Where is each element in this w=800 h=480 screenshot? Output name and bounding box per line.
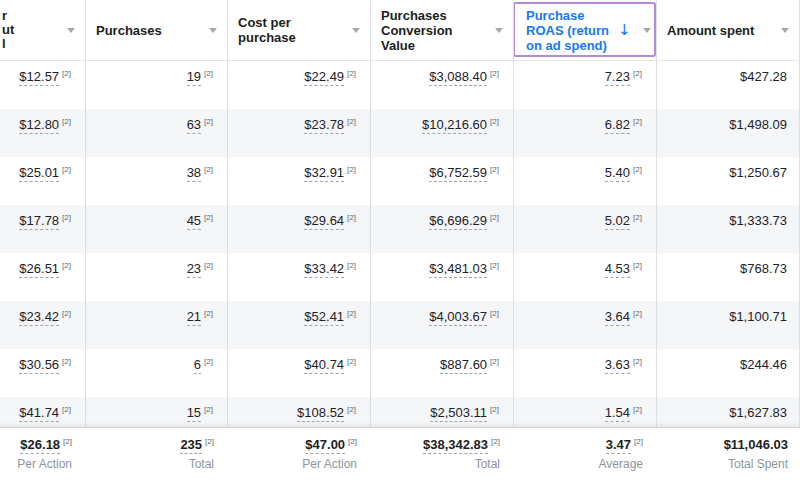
header-label: Purchases (96, 23, 205, 38)
header-cell-cost-per-purchase[interactable]: Cost per purchase (228, 0, 371, 60)
metric-value: $32.91 (304, 165, 344, 182)
cell-clipped-cost-column: $23.42[2] (0, 301, 86, 349)
cell-clipped-cost-column: $12.57[2] (0, 61, 86, 109)
column-menu-caret-icon[interactable] (495, 28, 503, 33)
cell-purchases: 63[2] (86, 109, 228, 157)
cell-clipped-cost-column: $26.51[2] (0, 253, 86, 301)
table-row: $30.56[2]6[2]$40.74[2]$887.60[2]3.63[2]$… (0, 349, 800, 397)
cell-amount-spent: $1,333.73 (657, 205, 800, 253)
header-cell-purchases[interactable]: Purchases (86, 0, 228, 60)
metric-value: 6 (194, 357, 201, 374)
cell-cost-per-purchase: $23.78[2] (228, 109, 371, 157)
cell-cost-per-purchase: $33.42[2] (228, 253, 371, 301)
metric-value: $23.78 (304, 117, 344, 134)
cell-cost-per-purchase: $32.91[2] (228, 157, 371, 205)
footnote-marker: [2] (347, 405, 356, 414)
footnote-marker: [2] (490, 309, 499, 318)
header-label-clipped: rutl (0, 9, 14, 51)
cell-purchases-conversion-value: $4,003.67[2] (371, 301, 514, 349)
footnote-marker: [2] (490, 117, 499, 126)
cell-cost-per-purchase: $22.49[2] (228, 61, 371, 109)
footer-aggregation-label: Per Action (0, 457, 72, 471)
table-row: $12.57[2]19[2]$22.49[2]$3,088.40[2]7.23[… (0, 61, 800, 109)
column-menu-caret-icon[interactable] (209, 28, 217, 33)
footer-cell-purchases-conversion-value: $38,342.83[2]Total (371, 428, 514, 480)
table-totals-row: $26.18[2]Per Action235[2]Total$47.00[2]P… (0, 427, 800, 480)
header-cell-amount-spent[interactable]: Amount spent (657, 0, 800, 60)
cell-purchase-roas: 7.23[2] (514, 61, 657, 109)
footnote-marker: [2] (63, 437, 72, 446)
footnote-marker: [2] (633, 69, 642, 78)
footnote-marker: [2] (633, 117, 642, 126)
footnote-marker: [2] (62, 213, 71, 222)
header-label: Amount spent (667, 23, 777, 38)
metric-value: 38 (187, 165, 201, 182)
cell-purchases: 45[2] (86, 205, 228, 253)
footer-total-value: $11,046.03 (724, 437, 788, 452)
footnote-marker: [2] (491, 437, 500, 446)
footnote-marker: [2] (347, 213, 356, 222)
cell-purchase-roas: 3.64[2] (514, 301, 657, 349)
metric-value: $1,333.73 (729, 213, 787, 228)
cell-purchases: 23[2] (86, 253, 228, 301)
footnote-marker: [2] (347, 117, 356, 126)
metric-value: $26.51 (19, 261, 59, 278)
header-cell-purchases-conversion-value[interactable]: Purchases Conversion Value (371, 0, 514, 60)
metric-value: $887.60 (440, 357, 487, 374)
header-label-fragment: ut (2, 23, 14, 37)
metric-value: $2,503.11 (430, 405, 487, 422)
metric-value: $3,481.03 (429, 261, 487, 278)
cell-purchases-conversion-value: $6,752.59[2] (371, 157, 514, 205)
cell-purchase-roas: 3.63[2] (514, 349, 657, 397)
cell-purchases: 6[2] (86, 349, 228, 397)
footer-aggregation-label: Total Spent (657, 457, 788, 471)
metric-value: $30.56 (19, 357, 59, 374)
footer-value-line: 235[2] (86, 435, 214, 453)
footnote-marker: [2] (347, 261, 356, 270)
metric-value: 5.02 (605, 213, 630, 230)
table-row: $25.01[2]38[2]$32.91[2]$6,752.59[2]5.40[… (0, 157, 800, 205)
metric-value: $12.80 (19, 117, 59, 134)
footnote-marker: [2] (62, 261, 71, 270)
metric-value: $244.46 (740, 357, 787, 372)
cell-amount-spent: $244.46 (657, 349, 800, 397)
cell-cost-per-purchase: $40.74[2] (228, 349, 371, 397)
metric-value: $3,088.40 (429, 69, 487, 86)
footnote-marker: [2] (62, 405, 71, 414)
footnote-marker: [2] (348, 437, 357, 446)
metric-value: $427.28 (740, 69, 787, 84)
cell-purchases: 21[2] (86, 301, 228, 349)
metric-value: 45 (187, 213, 201, 230)
footnote-marker: [2] (347, 69, 356, 78)
footer-value-line: $11,046.03 (657, 435, 788, 453)
footnote-marker: [2] (490, 165, 499, 174)
metric-value: 15 (187, 405, 201, 422)
header-label-fragment: l (2, 37, 6, 51)
footnote-marker: [2] (62, 69, 71, 78)
column-menu-caret-icon[interactable] (781, 28, 789, 33)
table-row: $17.78[2]45[2]$29.64[2]$6,696.29[2]5.02[… (0, 205, 800, 253)
cell-purchases-conversion-value: $6,696.29[2] (371, 205, 514, 253)
column-menu-caret-icon[interactable] (352, 28, 360, 33)
metric-value: $1,250.67 (729, 165, 787, 180)
cell-clipped-cost-column: $25.01[2] (0, 157, 86, 205)
header-cell-purchase-roas[interactable]: Purchase ROAS (return on ad spend)↓ (514, 0, 657, 60)
footnote-marker: [2] (205, 437, 214, 446)
footnote-marker: [2] (62, 309, 71, 318)
footer-value-line: 3.47[2] (514, 435, 643, 453)
metric-value: $52.41 (304, 309, 344, 326)
footnote-marker: [2] (633, 405, 642, 414)
metric-value: $6,696.29 (429, 213, 487, 230)
metric-value: $6,752.59 (429, 165, 487, 182)
table-row: $26.51[2]23[2]$33.42[2]$3,481.03[2]4.53[… (0, 253, 800, 301)
footnote-marker: [2] (490, 357, 499, 366)
metric-value: $108.52 (297, 405, 344, 422)
footnote-marker: [2] (633, 165, 642, 174)
metric-value: $4,003.67 (429, 309, 487, 326)
column-menu-caret-icon[interactable] (643, 28, 651, 33)
table-body: $12.57[2]19[2]$22.49[2]$3,088.40[2]7.23[… (0, 61, 800, 445)
metric-value: $10,216.60 (422, 117, 487, 134)
cell-amount-spent: $1,498.09 (657, 109, 800, 157)
column-menu-caret-icon[interactable] (67, 28, 75, 33)
header-cell-clipped-cost-column[interactable]: rutl (0, 0, 86, 60)
